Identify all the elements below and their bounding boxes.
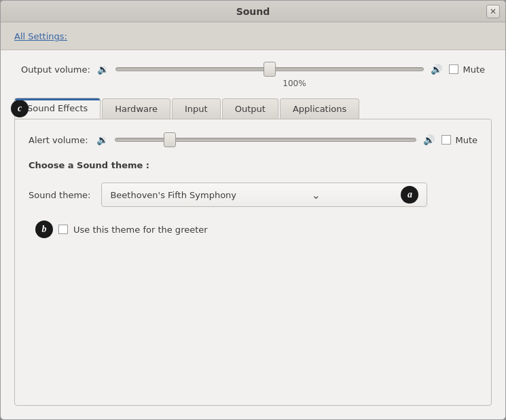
theme-row: Sound theme: Beethoven's Fifth Symphony … xyxy=(29,183,477,207)
tabs: c Sound Effects Hardware Input Output Ap… xyxy=(14,98,492,119)
tab-sound-effects-label: Sound Effects xyxy=(27,103,88,113)
alert-mute-checkbox[interactable] xyxy=(441,135,451,145)
tab-hardware[interactable]: Hardware xyxy=(102,98,170,119)
badge-c: c xyxy=(11,100,29,117)
alert-volume-thumb[interactable] xyxy=(164,132,176,147)
output-volume-section: Output volume: 🔉 🔊 Mute 100% xyxy=(1,50,505,98)
choose-theme-label: Choose a Sound theme : xyxy=(29,160,477,170)
dropdown-arrow-icon: ⌄ xyxy=(312,189,321,202)
alert-volume-label: Alert volume: xyxy=(29,135,90,145)
alert-volume-slider-container[interactable] xyxy=(115,133,416,147)
output-volume-track xyxy=(115,67,424,71)
title-bar: Sound ✕ xyxy=(1,1,505,22)
output-mute-label: Mute xyxy=(463,64,485,75)
sound-window: Sound ✕ All Settings: Output volume: 🔉 🔊 xyxy=(0,0,506,420)
all-settings-bar: All Settings: xyxy=(1,22,505,50)
alert-mute-label: Mute xyxy=(455,135,477,145)
sound-theme-value: Beethoven's Fifth Symphony xyxy=(110,190,236,200)
content-wrapper: Output volume: 🔉 🔊 Mute 100% xyxy=(1,50,505,419)
sound-theme-dropdown[interactable]: Beethoven's Fifth Symphony ⌄ a xyxy=(101,183,427,207)
close-button[interactable]: ✕ xyxy=(486,5,500,18)
close-icon: ✕ xyxy=(490,7,496,16)
all-settings-link[interactable]: All Settings: xyxy=(14,31,67,41)
volume-percent: 100% xyxy=(283,79,306,88)
alert-volume-row: Alert volume: 🔉 🔊 Mute xyxy=(29,133,477,147)
percent-row: 100% xyxy=(21,79,485,88)
alert-vol-high-icon: 🔊 xyxy=(423,134,435,145)
greeter-label: Use this theme for the greeter xyxy=(73,225,208,235)
output-volume-row: Output volume: 🔉 🔊 Mute xyxy=(21,62,485,76)
badge-b: b xyxy=(35,221,53,238)
tabs-area: c Sound Effects Hardware Input Output Ap… xyxy=(1,98,505,119)
badge-a: a xyxy=(401,186,418,204)
tab-content-sound-effects: Alert volume: 🔉 🔊 Mute Choose a Sound th… xyxy=(14,119,492,406)
alert-volume-track xyxy=(115,138,416,142)
volume-high-icon: 🔊 xyxy=(431,64,442,75)
output-mute-area: Mute xyxy=(449,64,485,75)
tab-input-label: Input xyxy=(185,104,208,114)
tab-hardware-label: Hardware xyxy=(115,104,158,114)
alert-vol-low-icon: 🔉 xyxy=(96,134,108,145)
output-mute-checkbox[interactable] xyxy=(449,64,458,74)
tab-applications[interactable]: Applications xyxy=(280,98,359,119)
tab-output[interactable]: Output xyxy=(222,98,278,119)
greeter-row: b Use this theme for the greeter xyxy=(29,221,477,238)
tab-sound-effects[interactable]: c Sound Effects xyxy=(14,98,101,119)
tab-output-label: Output xyxy=(235,104,266,114)
greeter-checkbox[interactable] xyxy=(58,225,68,234)
tab-input[interactable]: Input xyxy=(172,98,221,119)
tab-applications-label: Applications xyxy=(293,104,346,114)
window-title: Sound xyxy=(236,6,270,17)
output-volume-slider-container[interactable] xyxy=(115,62,424,76)
alert-mute-area: Mute xyxy=(441,135,477,145)
sound-theme-label: Sound theme: xyxy=(29,190,90,200)
output-volume-thumb[interactable] xyxy=(264,62,276,77)
output-volume-label: Output volume: xyxy=(21,64,90,75)
volume-low-icon: 🔉 xyxy=(97,64,109,75)
